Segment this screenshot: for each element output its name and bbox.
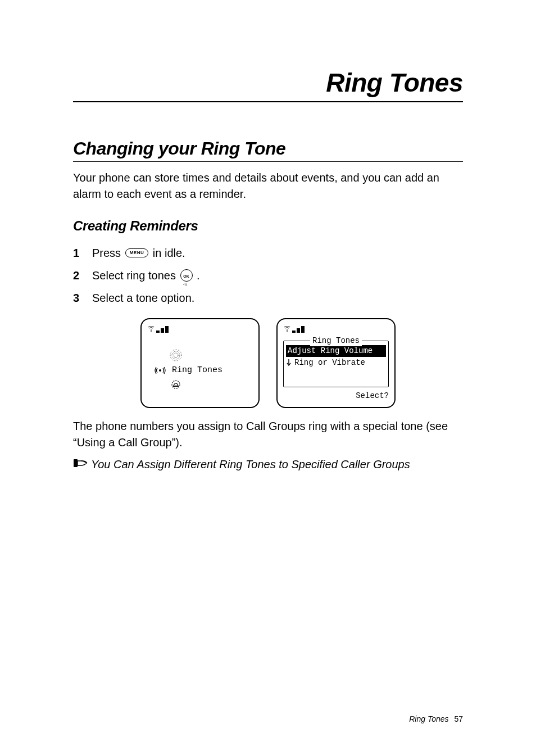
title-rule [73, 101, 463, 102]
svg-rect-0 [156, 331, 160, 333]
sparkle-icon [170, 349, 182, 361]
signal-icon [283, 326, 291, 333]
step-1-num: 1 [73, 244, 92, 262]
note-text: You Can Assign Different Ring Tones to S… [91, 456, 410, 473]
step-2-num: 2 [73, 266, 92, 284]
screen2-status-bar [283, 325, 389, 334]
step-2: 2 Select ring tones OK •)) . [73, 266, 463, 284]
down-arrow-icon [286, 359, 292, 366]
svg-point-7 [172, 381, 180, 388]
svg-rect-10 [297, 328, 300, 333]
svg-point-3 [174, 353, 178, 357]
subheading-creating-reminders: Creating Reminders [73, 218, 463, 234]
ok-button-dot: •)) [183, 283, 189, 286]
footer-page-number: 57 [454, 714, 463, 723]
phone-screens-row: Ring Tones [73, 318, 463, 408]
screen1-content: Ring Tones [147, 337, 253, 401]
step-1-pre: Press [92, 247, 124, 259]
step-3-text: Select a tone option. [92, 289, 463, 307]
svg-rect-11 [301, 326, 305, 333]
menu-item-adjust-ring-volume[interactable]: Adjust Ring Volume [286, 345, 386, 357]
signal-icon [147, 326, 155, 333]
svg-point-6 [159, 369, 161, 372]
note-row: You Can Assign Different Ring Tones to S… [73, 456, 463, 473]
screen1-status-bar [147, 325, 253, 334]
screen2-select-prompt: Select? [283, 387, 389, 401]
intro-paragraph: Your phone can store times and details a… [73, 170, 463, 202]
section-rule [73, 161, 463, 162]
phone-screen-1: Ring Tones [140, 318, 260, 408]
voicemail-icon [170, 379, 182, 390]
svg-rect-2 [165, 326, 169, 333]
svg-rect-1 [161, 328, 164, 333]
step-2-post: . [197, 269, 200, 282]
svg-point-4 [172, 351, 180, 359]
page-footer: Ring Tones 57 [409, 714, 463, 723]
step-3-num: 3 [73, 289, 92, 307]
menu-item-ring-or-vibrate[interactable]: Ring or Vibrate [293, 357, 367, 369]
step-1: 1 Press MENU in idle. [73, 244, 463, 262]
battery-icon [292, 326, 308, 333]
screen2-legend: Ring Tones [310, 336, 362, 346]
screen2-menu-box: Ring Tones Adjust Ring Volume Ring or Vi… [283, 341, 389, 387]
step-1-post: in idle. [153, 247, 185, 259]
battery-icon [156, 326, 172, 333]
svg-rect-12 [74, 459, 78, 467]
after-screens-paragraph: The phone numbers you assign to Call Gro… [73, 418, 463, 451]
step-2-text: Select ring tones OK •)) . [92, 266, 463, 284]
step-1-text: Press MENU in idle. [92, 244, 463, 262]
ok-button-label: OK [183, 274, 189, 278]
section-heading: Changing your Ring Tone [73, 138, 463, 159]
menu-button-icon: MENU [125, 248, 149, 257]
step-3: 3 Select a tone option. [73, 289, 463, 307]
ring-icon [154, 365, 166, 375]
step-2-pre: Select ring tones [92, 269, 179, 282]
screen1-ring-tones-label: Ring Tones [172, 365, 222, 376]
svg-rect-8 [173, 386, 179, 387]
note-hand-icon [73, 458, 88, 469]
ok-button-icon: OK •)) [180, 269, 193, 282]
footer-label: Ring Tones [409, 714, 448, 723]
svg-rect-9 [292, 331, 296, 333]
phone-screen-2: Ring Tones Adjust Ring Volume Ring or Vi… [276, 318, 396, 408]
step-list: 1 Press MENU in idle. 2 Select ring tone… [73, 244, 463, 307]
page-title: Ring Tones [73, 67, 463, 98]
